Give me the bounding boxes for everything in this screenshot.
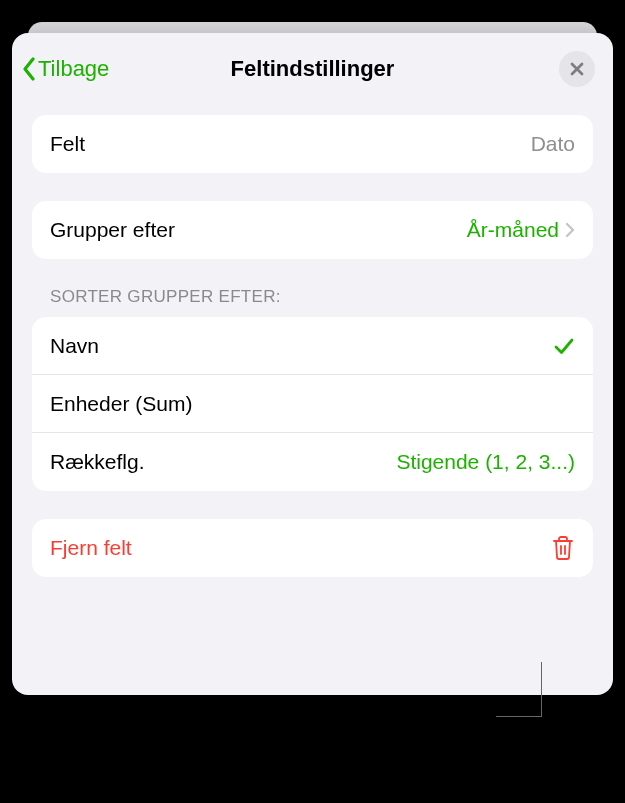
callout-line xyxy=(496,716,542,717)
group-by-row[interactable]: Grupper efter År-måned xyxy=(32,201,593,259)
settings-sheet: Tilbage Feltindstillinger Felt Dato Grup… xyxy=(12,33,613,695)
chevron-right-icon xyxy=(565,222,575,238)
sheet-title: Feltindstillinger xyxy=(231,56,395,82)
sort-order-label: Rækkeflg. xyxy=(50,450,145,474)
sheet-header: Tilbage Feltindstillinger xyxy=(12,33,613,101)
sort-order-value: Stigende (1, 2, 3...) xyxy=(396,450,575,474)
sort-group: Navn Enheder (Sum) Rækkeflg. Stigende (1… xyxy=(32,317,593,491)
group-by-label: Grupper efter xyxy=(50,218,175,242)
sort-units-label: Enheder (Sum) xyxy=(50,392,192,416)
callout-line-2: felt fra pivottabellen. xyxy=(284,734,490,760)
trash-icon xyxy=(551,535,575,561)
close-button[interactable] xyxy=(559,51,595,87)
sort-by-units-row[interactable]: Enheder (Sum) xyxy=(32,375,593,433)
remove-field-label: Fjern felt xyxy=(50,536,132,560)
sort-order-row[interactable]: Rækkeflg. Stigende (1, 2, 3...) xyxy=(32,433,593,491)
back-label: Tilbage xyxy=(38,56,109,82)
group-by-group: Grupper efter År-måned xyxy=(32,201,593,259)
field-label: Felt xyxy=(50,132,85,156)
sort-section-header: SORTER GRUPPER EFTER: xyxy=(32,287,593,317)
callout-line xyxy=(541,662,542,716)
callout-text: Tryk for at fjerne dette felt fra pivott… xyxy=(190,703,490,763)
field-group: Felt Dato xyxy=(32,115,593,173)
close-icon xyxy=(569,61,585,77)
callout-line-1: Tryk for at fjerne dette xyxy=(266,704,490,730)
sort-by-name-row[interactable]: Navn xyxy=(32,317,593,375)
remove-field-row[interactable]: Fjern felt xyxy=(32,519,593,577)
group-by-value: År-måned xyxy=(467,218,559,242)
back-button[interactable]: Tilbage xyxy=(22,56,109,82)
field-value: Dato xyxy=(531,132,575,156)
checkmark-icon xyxy=(553,335,575,357)
remove-group: Fjern felt xyxy=(32,519,593,577)
field-row[interactable]: Felt Dato xyxy=(32,115,593,173)
sheet-content: Felt Dato Grupper efter År-måned SORTER … xyxy=(12,101,613,577)
chevron-left-icon xyxy=(22,57,36,81)
sort-name-label: Navn xyxy=(50,334,99,358)
